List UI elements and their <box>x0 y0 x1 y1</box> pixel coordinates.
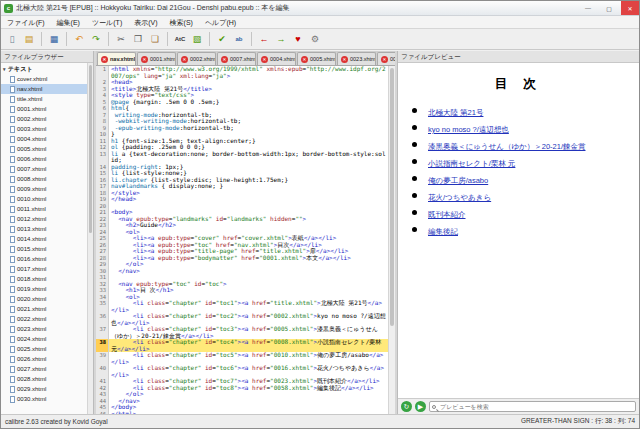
toc-link[interactable]: 花火/つちやあきら <box>428 193 491 202</box>
document-icon <box>10 246 15 253</box>
scrollbar-thumb[interactable] <box>89 65 92 233</box>
file-item[interactable]: nav.xhtml <box>1 84 93 94</box>
file-item[interactable]: 0010.xhtml <box>1 194 93 204</box>
tab-0007.xhtml[interactable]: ✕0007.xhtml <box>217 52 256 65</box>
minimize-button[interactable]: — <box>579 1 597 15</box>
file-item[interactable]: 0012.xhtml <box>1 214 93 224</box>
file-item[interactable]: 0015.xhtml <box>1 244 93 254</box>
file-item[interactable]: 0027.xhtml <box>1 364 93 374</box>
tab-0001.xhtml[interactable]: ✕0001.xhtml <box>137 52 176 65</box>
copy-button[interactable]: ❐ <box>130 31 146 47</box>
file-item[interactable]: 0013.xhtml <box>1 224 93 234</box>
paste-button[interactable]: ❏ <box>147 31 163 47</box>
file-item[interactable]: 0018.xhtml <box>1 274 93 284</box>
file-item[interactable]: 0006.xhtml <box>1 154 93 164</box>
toc-link[interactable]: 漆黒奥義＜にゅうせん（ゆか）＞20-21/錬金賞 <box>428 142 586 151</box>
tab-0002.xhtml[interactable]: ✕0002.xhtml <box>177 52 216 65</box>
scrollbar-thumb[interactable] <box>390 68 394 326</box>
menu-item-2[interactable]: ツール(T) <box>86 16 128 29</box>
save-button[interactable]: ▦ <box>46 31 62 47</box>
cut-button[interactable]: ✂ <box>113 31 129 47</box>
tab-0005.xhtml[interactable]: ✕0005.xhtml <box>297 52 336 65</box>
spell-check-button[interactable]: ab <box>231 31 247 47</box>
donate-button[interactable]: ♥ <box>290 31 306 47</box>
file-item[interactable]: 0005.xhtml <box>1 144 93 154</box>
tab-nav.xhtml[interactable]: ✕nav.xhtml <box>97 52 136 65</box>
toc-link[interactable]: 既刊本紹介 <box>428 210 466 219</box>
editor-scrollbar[interactable] <box>388 66 395 414</box>
file-item[interactable]: 0019.xhtml <box>1 284 93 294</box>
titlebar[interactable]: c 北極大陸 第21号 [EPUB] :: Hokkyoku Tairiku: … <box>1 1 639 16</box>
special-characters-button[interactable]: AtC <box>172 31 188 47</box>
code-line[interactable]: 1<html xmlns="http://www.w3.org/1999/xht… <box>96 66 388 79</box>
toc-link[interactable]: 北極大陸 第21号 <box>428 108 483 117</box>
file-item[interactable]: 0016.xhtml <box>1 254 93 264</box>
menu-item-4[interactable]: 検索(S) <box>164 16 199 29</box>
tab-0030.xhtml[interactable]: ✕0030.xhtml <box>377 52 395 65</box>
toc-link[interactable]: 編集後記 <box>428 227 458 236</box>
tab-close-icon[interactable]: ✕ <box>221 56 228 63</box>
code-editor[interactable]: 1<html xmlns="http://www.w3.org/1999/xht… <box>96 66 388 414</box>
tab-0004.xhtml[interactable]: ✕0004.xhtml <box>257 52 296 65</box>
file-item[interactable]: 0002.xhtml <box>1 114 93 124</box>
close-button[interactable]: ✕ <box>621 1 639 15</box>
file-item[interactable]: 0007.xhtml <box>1 164 93 174</box>
menu-item-3[interactable]: 表示(V) <box>128 16 163 29</box>
tab-close-icon[interactable]: ✕ <box>141 56 148 63</box>
toc-link[interactable]: kyo no moso ?/遠辺想也 <box>428 125 509 134</box>
go-back-button[interactable]: ← <box>256 31 272 47</box>
file-item[interactable]: 0004.xhtml <box>1 134 93 144</box>
file-item[interactable]: 0029.xhtml <box>1 384 93 394</box>
file-item-label: 0017.xhtml <box>17 266 46 272</box>
file-item[interactable]: 0030.xhtml <box>1 394 93 404</box>
file-item[interactable]: 0011.xhtml <box>1 204 93 214</box>
open-book-button[interactable]: ▤ <box>21 31 37 47</box>
undo-button[interactable]: ↶ <box>71 31 87 47</box>
preview-follow-button[interactable]: ▶ <box>415 401 426 412</box>
redo-button[interactable]: ↷ <box>88 31 104 47</box>
file-list-scrollbar[interactable] <box>87 63 93 414</box>
file-item[interactable]: 0014.xhtml <box>1 234 93 244</box>
go-forward-button[interactable]: → <box>273 31 289 47</box>
file-item-label: 0005.xhtml <box>17 146 46 152</box>
file-item-label: 0019.xhtml <box>17 286 46 292</box>
tab-close-icon[interactable]: ✕ <box>341 56 348 63</box>
file-item[interactable]: title.xhtml <box>1 94 93 104</box>
tab-0023.xhtml[interactable]: ✕0023.xhtml <box>337 52 376 65</box>
insert-image-button[interactable]: ▧ <box>189 31 205 47</box>
file-item[interactable]: 0024.xhtml <box>1 334 93 344</box>
file-item[interactable]: 0020.xhtml <box>1 294 93 304</box>
file-item[interactable]: 0008.xhtml <box>1 174 93 184</box>
toc-link[interactable]: 小説指南セレクト/栗林 元 <box>428 159 515 168</box>
file-item[interactable]: 0009.xhtml <box>1 184 93 194</box>
file-item[interactable]: 0017.xhtml <box>1 264 93 274</box>
preview-search-input[interactable] <box>438 403 633 411</box>
file-item[interactable]: cover.xhtml <box>1 74 93 84</box>
toc-link[interactable]: 俺の夢工房/asabo <box>428 176 488 185</box>
tab-close-icon[interactable]: ✕ <box>381 56 388 63</box>
preview-search-box[interactable] <box>429 401 636 412</box>
file-item[interactable]: 0028.xhtml <box>1 374 93 384</box>
file-item[interactable]: 0026.xhtml <box>1 354 93 364</box>
tab-close-icon[interactable]: ✕ <box>181 56 188 63</box>
code-line-text[interactable]: <html xmlns="http://www.w3.org/1999/xhtm… <box>109 66 388 79</box>
file-item[interactable]: 0025.xhtml <box>1 344 93 354</box>
file-section-text[interactable]: ▾テキスト <box>1 64 93 74</box>
file-item[interactable]: 0021.xhtml <box>1 304 93 314</box>
new-file-button[interactable]: ▯ <box>4 31 20 47</box>
menu-item-1[interactable]: 編集(E) <box>51 16 86 29</box>
document-icon <box>10 76 15 83</box>
preview-refresh-button[interactable]: ↻ <box>401 401 412 412</box>
menu-item-0[interactable]: ファイル(F) <box>1 16 51 29</box>
check-book-button[interactable]: ✔ <box>214 31 230 47</box>
tab-close-icon[interactable]: ✕ <box>261 56 268 63</box>
menu-item-5[interactable]: ヘルプ(H) <box>199 16 242 29</box>
tab-close-icon[interactable]: ✕ <box>301 56 308 63</box>
file-item[interactable]: 0003.xhtml <box>1 124 93 134</box>
maximize-button[interactable]: ▢ <box>600 1 618 15</box>
file-item[interactable]: 0023.xhtml <box>1 324 93 334</box>
file-item[interactable]: 0022.xhtml <box>1 314 93 324</box>
file-item[interactable]: 0001.xhtml <box>1 104 93 114</box>
preferences-button[interactable]: ⚙ <box>307 31 323 47</box>
tab-close-icon[interactable]: ✕ <box>101 56 108 63</box>
